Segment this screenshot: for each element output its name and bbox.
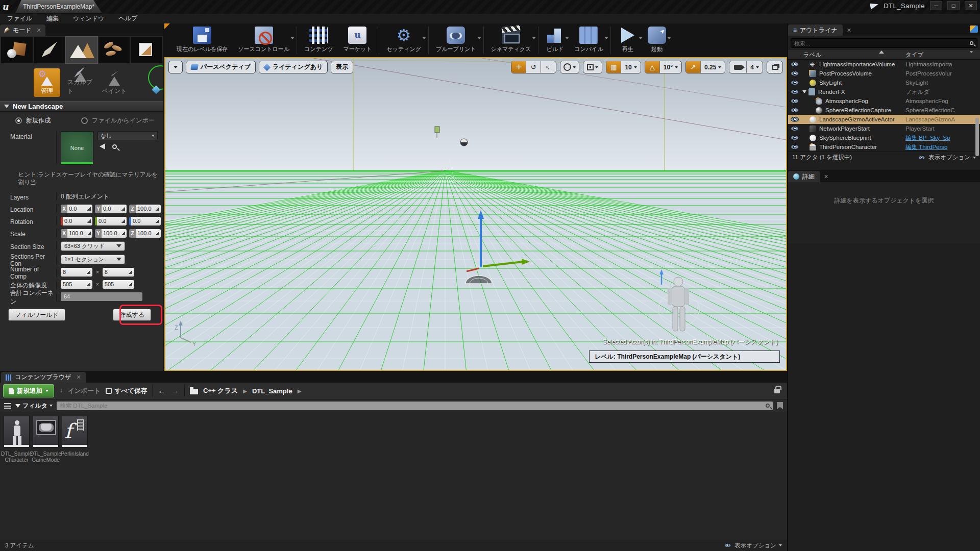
outliner-scrollbar[interactable] [975,118,979,156]
location-x-field[interactable]: X0.0 [61,205,92,213]
outliner-search[interactable] [791,38,977,48]
details-tab-close-icon[interactable]: ✕ [824,173,828,180]
modes-tab-close-icon[interactable]: ✕ [37,27,41,34]
edit-blueprint-link[interactable]: 編集 BP_Sky_Sp [905,134,980,142]
radio-create-new[interactable] [15,117,22,124]
outliner-row-folder[interactable]: RenderFX フォルダ [788,87,980,96]
back-arrow-icon[interactable]: ← [158,386,166,395]
cinematics-button[interactable]: シネマティクス [486,23,536,57]
view-mode-button[interactable]: ライティングあり [259,61,328,73]
close-button[interactable]: ✕ [965,1,977,10]
landscape-tool-paint[interactable]: ペイント [101,68,128,97]
outliner-row[interactable]: NetworkPlayerStart PlayerStart [788,124,980,133]
settings-button[interactable]: ⚙ セッティング [381,23,426,57]
visibility-eye-icon[interactable] [791,135,799,140]
show-button[interactable]: 表示 [331,61,353,73]
visibility-eye-icon[interactable] [791,89,799,94]
location-y-field[interactable]: Y0.0 [95,205,127,213]
level-viewport[interactable]: Z Y パースペクティブ ライティングあり 表示 ✛ ↺ ↔ [164,57,787,371]
camera-speed-value[interactable]: 4 [747,61,763,73]
filters-button[interactable]: フィルタ [15,402,53,410]
modes-tab[interactable]: モード ✕ [0,24,45,36]
visibility-eye-icon[interactable] [791,98,799,104]
breadcrumb-root[interactable]: C++ クラス [203,386,238,395]
details-tab[interactable]: 詳細 [788,171,820,182]
scale-x-field[interactable]: X100.0 [61,229,92,238]
outliner-tab[interactable]: ≡ アウトライナ [788,24,843,36]
outliner-row[interactable]: SkyLight SkyLight [788,78,980,87]
rotation-snap-value[interactable]: 10° [660,61,681,73]
asset-search-input[interactable] [60,403,766,409]
rotation-x-field[interactable]: 0.0 [61,217,92,226]
outliner-header[interactable]: ラベル タイプ [788,50,980,60]
asset-search[interactable] [57,402,773,410]
sections-per-component-dropdown[interactable]: 1×1 セクション [61,255,125,264]
outliner-search-input[interactable] [794,40,969,46]
section-size-dropdown[interactable]: 63×63 クワッド [61,241,125,251]
rotation-z-field[interactable]: 0.0 [129,217,161,226]
minimize-button[interactable]: ─ [930,1,942,10]
dock-icon[interactable] [970,26,978,33]
outliner-row[interactable]: AtmosphericFog AtmosphericFog [788,96,980,106]
outliner-row[interactable]: ThirdPersonCharacter 編集 ThirdPerso [788,142,980,152]
add-new-button[interactable]: 新規追加 [3,384,54,397]
visibility-eye-icon[interactable] [791,62,799,67]
edit-blueprint-link[interactable]: 編集 ThirdPerso [905,143,980,151]
visibility-eye-icon[interactable] [791,71,799,76]
visibility-eye-icon[interactable] [791,117,799,122]
world-local-toggle[interactable] [560,61,579,73]
current-level-label[interactable]: レベル: ThirdPersonExampleMap (パーシスタント) [589,350,780,363]
mode-geometry[interactable] [131,37,162,63]
content-browser-button[interactable]: コンテンツ [299,23,338,57]
forward-arrow-icon[interactable]: → [171,386,179,395]
perspective-button[interactable]: パースペクティブ [186,61,256,73]
mode-paint[interactable] [34,37,65,63]
level-tab[interactable]: ThirdPersonExampleMap* [15,0,102,13]
import-button[interactable]: インポート [59,387,101,395]
location-z-field[interactable]: Z100.0 [129,205,161,213]
outliner-view-options[interactable]: 表示オプション [918,154,976,161]
launch-button[interactable]: 起動 [643,23,671,57]
expander-icon[interactable] [802,90,806,93]
visibility-eye-icon[interactable] [791,80,799,85]
move-tool-button[interactable]: ✛ [511,61,526,73]
landscape-tool-sculpt[interactable]: スカルプト [67,68,94,97]
compile-button[interactable]: コンパイル [569,23,608,57]
blueprints-button[interactable]: ブループリント [431,23,481,57]
save-level-button[interactable]: 現在のレベルを保存 [172,23,233,57]
resolution-x-field[interactable]: 505 [61,280,92,289]
rotate-tool-button[interactable]: ↺ [526,61,541,73]
viewport-options-button[interactable] [168,61,183,73]
visibility-eye-icon[interactable] [791,126,799,131]
new-landscape-header[interactable]: New Landscape [0,101,163,112]
scale-y-field[interactable]: Y100.0 [95,229,127,238]
content-browser-tab-close-icon[interactable]: ✕ [77,374,81,381]
outliner-tab-close-icon[interactable]: ✕ [847,27,851,34]
save-all-button[interactable]: すべて保存 [106,387,147,395]
radio-import-file[interactable] [81,117,88,124]
build-button[interactable]: ビルド [541,23,569,57]
content-view-options[interactable]: 表示オプション [724,542,782,549]
breadcrumb-folder[interactable]: DTL_Sample [252,387,292,395]
mode-place[interactable] [1,37,33,63]
scale-snap-toggle[interactable]: ↗ [686,61,701,73]
menu-edit[interactable]: 編集 [39,14,66,23]
menu-window[interactable]: ウィンドウ [66,14,111,23]
outliner-row[interactable]: SphereReflectionCapture SphereReflection… [788,106,980,115]
scale-z-field[interactable]: Z100.0 [129,229,161,238]
maximize-button[interactable]: □ [947,1,960,10]
components-x-field[interactable]: 8 [61,268,92,277]
asset-dtl-sample-character[interactable]: DTL_SampleCharacter [4,416,30,463]
menu-help[interactable]: ヘルプ [112,14,145,23]
material-thumbnail[interactable]: None [61,131,93,165]
mode-landscape[interactable] [66,37,97,63]
browse-icon[interactable] [112,144,117,149]
resolution-y-field[interactable]: 505 [103,280,134,289]
scale-snap-value[interactable]: 0.25 [701,61,725,73]
landscape-tool-manage[interactable]: ⚙ 管理 [34,68,60,97]
maximize-viewport-button[interactable] [767,61,782,73]
create-button[interactable]: 作成する [113,309,151,321]
asset-dtl-sample-gamemode[interactable]: DTL_SampleGameMode [33,416,59,463]
send-feedback-icon[interactable] [870,2,879,9]
visibility-eye-icon[interactable] [791,108,799,113]
